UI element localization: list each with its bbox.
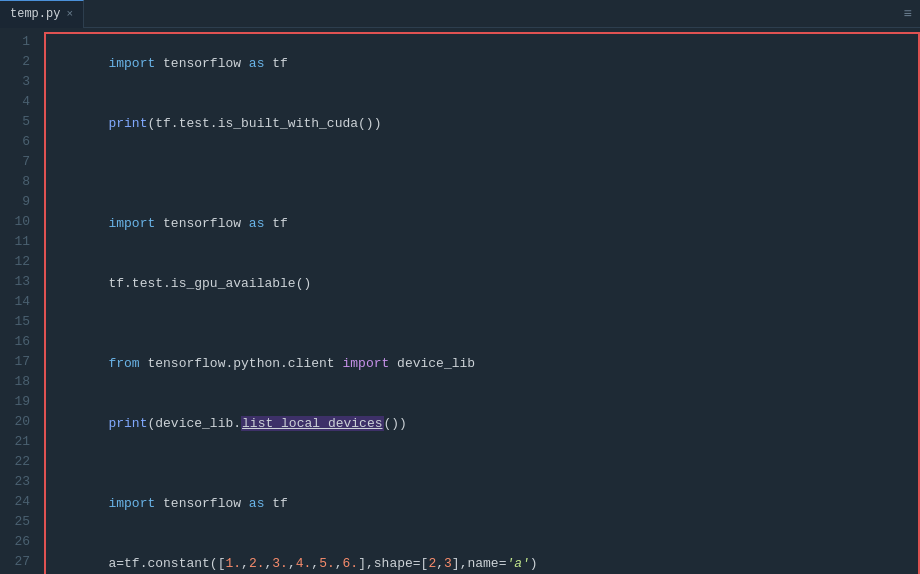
code-line-11: import tensorflow as tf (46, 474, 918, 534)
code-line-4 (46, 174, 918, 194)
code-line-12: a=tf.constant([1.,2.,3.,4.,5.,6.],shape=… (46, 534, 918, 574)
line-numbers: 1 2 3 4 5 6 7 8 9 10 11 12 13 14 15 16 1… (0, 28, 36, 574)
code-line-1: import tensorflow as tf (46, 34, 918, 94)
tab-temp-py[interactable]: temp.py × (0, 0, 84, 28)
editor: 1 2 3 4 5 6 7 8 9 10 11 12 13 14 15 16 1… (0, 28, 920, 574)
tab-close-icon[interactable]: × (66, 8, 73, 20)
code-line-2: print(tf.test.is_built_with_cuda()) (46, 94, 918, 154)
selected-region: import tensorflow as tf print(tf.test.is… (44, 32, 920, 574)
code-line-3 (46, 154, 918, 174)
tab-label: temp.py (10, 7, 60, 21)
tab-more-icon[interactable]: ≡ (896, 6, 920, 22)
tab-bar: temp.py × ≡ (0, 0, 920, 28)
code-line-5: import tensorflow as tf (46, 194, 918, 254)
code-line-7 (46, 314, 918, 334)
code-line-10 (46, 454, 918, 474)
code-line-6: tf.test.is_gpu_available() (46, 254, 918, 314)
code-line-9: print(device_lib.list_local_devices()) (46, 394, 918, 454)
code-line-8: from tensorflow.python.client import dev… (46, 334, 918, 394)
code-area[interactable]: import tensorflow as tf print(tf.test.is… (36, 28, 920, 574)
